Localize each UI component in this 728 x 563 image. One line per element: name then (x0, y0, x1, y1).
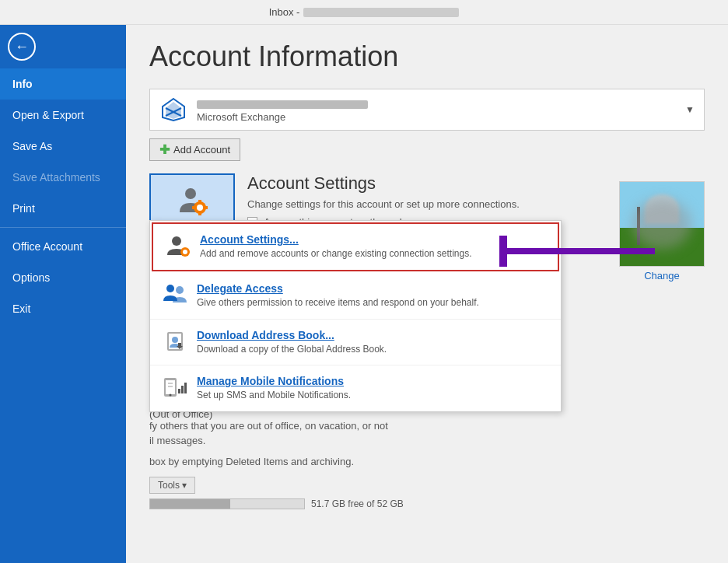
svg-rect-11 (205, 206, 208, 209)
sidebar-item-info[interactable]: Info (0, 68, 126, 100)
svg-rect-10 (192, 206, 195, 209)
svg-point-12 (172, 236, 181, 246)
profile-change-link[interactable]: Change (619, 270, 705, 282)
sidebar-item-open-export[interactable]: Open & Export (0, 100, 126, 131)
svg-rect-27 (181, 386, 184, 393)
dropdown-item-delegate-access[interactable]: Delegate Access Give others permission t… (150, 273, 561, 320)
dropdown-item-delegate-content: Delegate Access Give others permission t… (197, 282, 479, 309)
dropdown-item-account-settings[interactable]: Account Settings... Add and remove accou… (152, 222, 559, 271)
dropdown-item-address-content: Download Address Book... Download a copy… (197, 329, 387, 356)
svg-point-23 (170, 394, 172, 397)
dropdown-item-delegate-desc: Give others permission to receive items … (197, 296, 479, 309)
account-logo-icon (159, 96, 187, 124)
sidebar-item-save-attachments: Save Attachments (0, 162, 126, 193)
inbox-label: Inbox - (269, 6, 300, 18)
sidebar-item-options[interactable]: Options (0, 262, 126, 293)
svg-point-16 (176, 286, 184, 294)
dropdown-item-mobile[interactable]: Manage Mobile Notifications Set up SMS a… (150, 365, 561, 411)
sidebar-item-office-account[interactable]: Office Account (0, 231, 126, 262)
svg-rect-9 (198, 212, 201, 215)
back-button[interactable]: ← (0, 25, 44, 68)
add-account-button[interactable]: ✚ Add Account (149, 138, 240, 161)
svg-point-14 (183, 250, 187, 254)
dropdown-item-address-desc: Download a copy of the Global Address Bo… (197, 343, 387, 356)
account-settings-section: AccountSettings ▾ Account Settings Chang… (149, 173, 705, 253)
plus-icon: ✚ (159, 142, 170, 157)
dropdown-item-mobile-content: Manage Mobile Notifications Set up SMS a… (197, 375, 351, 402)
svg-point-5 (185, 188, 196, 199)
storage-bar (149, 498, 305, 509)
svg-rect-25 (168, 386, 173, 387)
dropdown-item-delegate-title: Delegate Access (197, 282, 479, 295)
svg-rect-28 (184, 383, 187, 393)
dropdown-item-account-settings-desc: Add and remove accounts or change existi… (200, 247, 472, 261)
dropdown-item-address-book[interactable]: Download Address Book... Download a copy… (150, 320, 561, 366)
mobile-notifications-icon (163, 375, 187, 400)
account-details: Microsoft Exchange (197, 97, 685, 123)
dropdown-item-mobile-desc: Set up SMS and Mobile Notifications. (197, 389, 351, 402)
storage-bar-fill (150, 499, 230, 509)
account-settings-item-icon (166, 233, 191, 258)
sidebar-item-print[interactable]: Print (0, 193, 126, 224)
svg-rect-24 (168, 383, 173, 384)
address-book-icon (163, 329, 187, 354)
svg-point-15 (166, 285, 174, 292)
mailbox-cleanup-desc: box by emptying Deleted Items and archiv… (149, 456, 705, 467)
account-email-blurred (197, 100, 368, 109)
dropdown-item-account-settings-content: Account Settings... Add and remove accou… (200, 233, 472, 261)
sidebar-divider (0, 227, 126, 228)
account-dropdown-arrow-icon[interactable]: ▼ (685, 104, 695, 115)
email-blurred (303, 8, 459, 17)
automatic-replies-desc2: il messages. (149, 435, 705, 446)
main-layout: ← Info Open & Export Save As Save Attach… (0, 25, 728, 563)
sidebar-item-save-as[interactable]: Save As (0, 131, 126, 162)
svg-point-7 (197, 205, 203, 211)
storage-bar-container: 51.7 GB free of 52 GB (149, 498, 705, 509)
dropdown-item-address-title: Download Address Book... (197, 329, 387, 341)
tools-bar[interactable]: Tools ▾ (149, 477, 195, 494)
content-area: Account Information Microsoft Exchange ▼ (126, 25, 728, 563)
svg-rect-26 (178, 389, 180, 393)
top-bar: Inbox - (0, 0, 728, 25)
bottom-section: (Out of Office) fy others that you are o… (149, 408, 705, 509)
back-circle-icon: ← (8, 33, 36, 61)
svg-point-19 (172, 337, 178, 343)
delegate-access-icon (163, 282, 187, 307)
dropdown-item-account-settings-title: Account Settings... (200, 233, 472, 246)
sidebar: ← Info Open & Export Save As Save Attach… (0, 25, 126, 563)
page-title: Account Information (149, 40, 705, 73)
add-account-label: Add Account (173, 144, 230, 156)
account-type: Microsoft Exchange (197, 111, 685, 123)
purple-arrow (499, 236, 670, 270)
sidebar-item-exit[interactable]: Exit (0, 293, 126, 324)
storage-label: 51.7 GB free of 52 GB (311, 498, 404, 509)
dropdown-item-mobile-title: Manage Mobile Notifications (197, 375, 351, 387)
account-selector[interactable]: Microsoft Exchange ▼ (149, 89, 705, 131)
automatic-replies-desc: fy others that you are out of office, on… (149, 420, 705, 432)
account-settings-icon (177, 184, 208, 215)
svg-rect-8 (198, 200, 201, 203)
